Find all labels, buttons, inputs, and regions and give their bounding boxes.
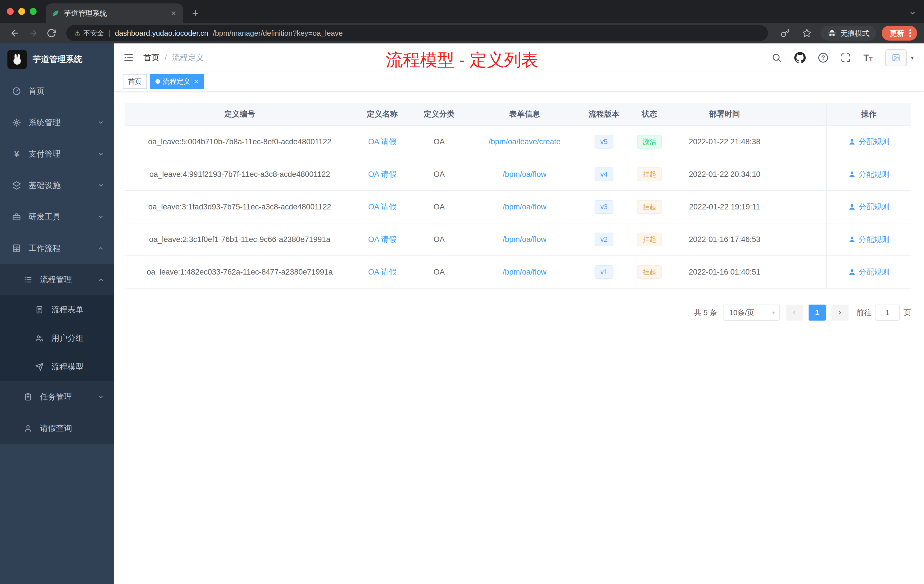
tab-favicon	[51, 9, 59, 17]
prev-page-button[interactable]	[786, 305, 803, 320]
sidebar-item-infrastructure[interactable]: 基础设施	[0, 170, 114, 201]
goto-page-input[interactable]	[875, 305, 900, 320]
fullscreen-icon[interactable]	[841, 53, 851, 63]
definition-category: OA	[410, 158, 469, 190]
form-link[interactable]: /bpm/oa/flow	[503, 235, 546, 244]
toolbox-icon	[12, 212, 22, 221]
security-warning[interactable]: ⚠ 不安全	[74, 28, 104, 38]
chevron-down-icon	[98, 119, 104, 126]
window-zoom-button[interactable]	[30, 8, 36, 15]
user-avatar-dropdown[interactable]: ▾	[885, 49, 914, 66]
sidebar-item-system-management[interactable]: 系统管理	[0, 107, 114, 138]
sidebar-header[interactable]: 芋道管理系统	[0, 43, 114, 76]
column-header-name: 定义名称	[355, 103, 410, 125]
help-icon[interactable]: ?	[818, 53, 828, 63]
font-size-icon[interactable]: TT	[863, 53, 873, 62]
chevron-left-icon	[791, 309, 797, 316]
browser-tab[interactable]: 芋道管理系统 ×	[46, 3, 183, 23]
cabinet-icon	[12, 244, 22, 253]
page-size-select[interactable]: 10条/页 ▾	[723, 305, 780, 320]
active-dot	[155, 79, 160, 84]
column-header-id: 定义编号	[125, 103, 355, 125]
document-icon	[34, 305, 45, 314]
breadcrumb: 首页 / 流程定义	[144, 52, 204, 63]
address-bar[interactable]: ⚠ 不安全 | dashboard.yudao.iocoder.cn /bpm/…	[66, 25, 768, 41]
new-tab-button[interactable]: +	[187, 5, 203, 21]
form-link[interactable]: /bpm/oa/flow	[503, 170, 546, 179]
reload-icon[interactable]	[43, 25, 59, 41]
assign-rule-link[interactable]: 分配规则	[848, 202, 889, 212]
pagination: 共 5 条 10条/页 ▾ 1 前往 页	[125, 305, 911, 320]
table-header: 定义编号 定义名称 定义分类 表单信息 流程版本 状态 部署时间 操作	[125, 103, 911, 126]
avatar	[885, 49, 907, 66]
sidebar-toggle-icon[interactable]	[118, 48, 139, 68]
tab-search-chevron-icon[interactable]	[909, 10, 916, 16]
sidebar-item-task-management[interactable]: 任务管理	[0, 381, 114, 412]
tag-home[interactable]: 首页	[123, 74, 147, 89]
sidebar: 芋道管理系统 首页 系统管理 ¥ 支付管理 基础设施	[0, 43, 114, 584]
tab-close-icon[interactable]: ×	[170, 9, 177, 17]
form-link[interactable]: /bpm/oa/leave/create	[488, 137, 561, 146]
kebab-menu-icon[interactable]	[909, 29, 911, 37]
tag-process-definition[interactable]: 流程定义 ×	[150, 74, 204, 89]
assign-rule-link[interactable]: 分配规则	[848, 234, 889, 244]
back-icon[interactable]	[7, 25, 23, 41]
incognito-label: 无痕模式	[841, 28, 869, 38]
update-chrome-button[interactable]: 更新	[882, 26, 917, 41]
deploy-time: 2022-01-16 17:46:53	[672, 223, 778, 256]
tags-view-bar: 首页 流程定义 ×	[114, 72, 924, 91]
definition-name-link[interactable]: OA 请假	[368, 169, 396, 180]
page-1-button[interactable]: 1	[808, 305, 826, 320]
sidebar-item-home[interactable]: 首页	[0, 76, 114, 107]
column-header-status: 状态	[627, 103, 672, 125]
breadcrumb-separator: /	[165, 53, 167, 62]
definition-id: oa_leave:5:004b710b-7b8a-11ec-8ef0-acde4…	[125, 126, 355, 158]
sidebar-item-workflow[interactable]: 工作流程	[0, 233, 114, 264]
search-icon[interactable]	[771, 53, 782, 63]
assign-rule-link[interactable]: 分配规则	[848, 169, 889, 180]
definition-name-link[interactable]: OA 请假	[368, 267, 396, 277]
form-link[interactable]: /bpm/oa/flow	[503, 203, 546, 211]
password-key-icon[interactable]	[777, 25, 793, 41]
window-close-button[interactable]	[7, 8, 14, 15]
assign-rule-link[interactable]: 分配规则	[848, 137, 889, 147]
incognito-icon	[827, 28, 837, 38]
chevron-right-icon	[837, 309, 843, 316]
definition-name-link[interactable]: OA 请假	[368, 137, 396, 147]
definition-name-link[interactable]: OA 请假	[368, 202, 396, 212]
status-badge: 激活	[637, 135, 662, 148]
column-header-deploy-time: 部署时间	[672, 103, 778, 125]
gear-icon	[12, 118, 22, 127]
chevron-down-icon	[98, 151, 104, 157]
tab-strip: 芋道管理系统 × +	[0, 0, 924, 23]
window-minimize-button[interactable]	[18, 8, 25, 15]
sidebar-item-leave-query[interactable]: 请假查询	[0, 412, 114, 444]
bookmark-star-icon[interactable]	[799, 25, 815, 41]
chevron-down-icon	[98, 214, 104, 220]
sidebar-item-process-management[interactable]: 流程管理	[0, 264, 114, 295]
deploy-time: 2022-01-22 21:48:38	[672, 126, 778, 158]
form-link[interactable]: /bpm/oa/flow	[503, 268, 546, 277]
status-badge: 挂起	[637, 200, 662, 214]
breadcrumb-home[interactable]: 首页	[144, 52, 159, 63]
url-separator: |	[109, 29, 111, 38]
sidebar-item-dev-tools[interactable]: 研发工具	[0, 201, 114, 233]
column-header-version: 流程版本	[581, 103, 627, 125]
assign-rule-link[interactable]: 分配规则	[848, 267, 889, 277]
table-row: oa_leave:2:3c1f0ef1-76b1-11ec-9c66-a2380…	[125, 223, 911, 256]
definition-name-link[interactable]: OA 请假	[368, 234, 396, 244]
definition-id: oa_leave:3:1fad3d93-7b75-11ec-a3c8-acde4…	[125, 191, 355, 223]
chevron-down-icon	[98, 394, 104, 400]
sidebar-item-payment-management[interactable]: ¥ 支付管理	[0, 138, 114, 170]
sidebar-item-process-model[interactable]: 流程模型	[0, 353, 114, 381]
next-page-button[interactable]	[832, 305, 848, 320]
url-path: /bpm/manager/definition?key=oa_leave	[213, 29, 343, 38]
user-icon	[848, 268, 856, 276]
github-icon[interactable]	[794, 52, 806, 63]
sidebar-item-user-group[interactable]: 用户分组	[0, 324, 114, 353]
tag-close-icon[interactable]: ×	[194, 78, 198, 85]
layers-icon	[12, 181, 22, 190]
dropdown-caret-icon: ▾	[911, 55, 914, 61]
forward-icon[interactable]	[25, 25, 41, 41]
sidebar-item-process-form[interactable]: 流程表单	[0, 295, 114, 324]
